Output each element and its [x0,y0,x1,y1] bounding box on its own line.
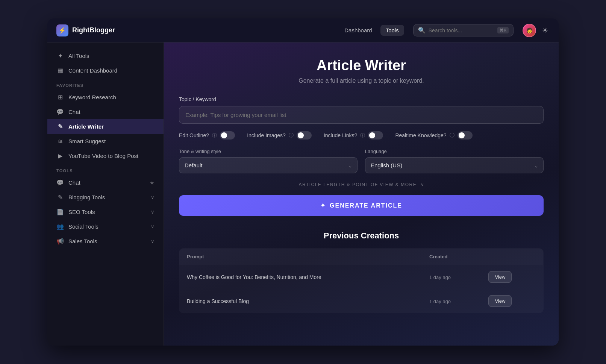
tone-select-wrapper: Default Professional Casual Friendly For… [179,157,358,173]
sidebar-item-smart-suggest[interactable]: ≋ Smart Suggest [47,134,164,149]
toggle-switch-edit-outline[interactable] [220,131,235,140]
language-select[interactable]: English (US) English (UK) Spanish French… [365,157,544,173]
search-input[interactable] [429,27,494,33]
app-window: ⚡ RightBlogger Dashboard Tools 🔍 ⌘K 🧑 ☀ … [47,18,559,346]
toggle-label: Realtime Knowledge? [395,132,446,138]
chevron-down-icon: ∨ [151,209,155,215]
sidebar-item-chat-favorites[interactable]: 💬 Chat [47,105,164,119]
tone-label: Tone & writing style [179,149,358,154]
view-button[interactable]: View [488,271,512,283]
creations-table: Prompt Created Why Coffee is Good for Yo… [179,248,544,313]
sidebar-item-social-tools[interactable]: 👥 Social Tools ∨ [47,219,164,234]
info-icon[interactable]: ⓘ [450,132,454,139]
toggle-label: Include Links? [324,132,358,138]
theme-toggle-icon[interactable]: ☀ [541,25,550,36]
nav-tools[interactable]: Tools [380,25,404,36]
search-icon: 🔍 [418,27,426,34]
search-bar[interactable]: 🔍 ⌘K [413,24,514,36]
header-right: 🧑 ☀ [523,24,550,37]
nav-dashboard[interactable]: Dashboard [339,25,377,36]
chat-icon: 💬 [56,108,64,115]
sidebar-item-label: Keyword Research [68,94,116,100]
sidebar-item-all-tools[interactable]: ✦ All Tools [47,49,164,63]
sidebar-item-label: SEO Tools [68,209,95,215]
tool-header: Article Writer Generate a full article u… [179,58,544,84]
row-prompt: Building a Successful Blog [179,289,422,313]
header: ⚡ RightBlogger Dashboard Tools 🔍 ⌘K 🧑 ☀ [47,18,559,42]
toggle-switch-include-images[interactable] [297,131,312,140]
toggle-edit-outline: Edit Outline? ⓘ [179,131,235,140]
sidebar-item-seo-tools[interactable]: 📄 SEO Tools ∨ [47,205,164,219]
info-icon[interactable]: ⓘ [212,132,217,139]
row-prompt: Why Coffee is Good for You: Benefits, Nu… [179,265,422,289]
sidebar-item-keyword-research[interactable]: ⊞ Keyword Research [47,90,164,105]
info-icon[interactable]: ⓘ [360,132,365,139]
tool-subtitle: Generate a full article using a topic or… [179,77,544,84]
toggles-row: Edit Outline? ⓘ Include Images? ⓘ Includ… [179,131,544,140]
language-select-group: Language English (US) English (UK) Spani… [365,149,544,173]
logo: ⚡ RightBlogger [56,24,115,36]
generate-article-button[interactable]: ✦ GENERATE ARTICLE [179,195,544,216]
sidebar-item-article-writer[interactable]: ✎ Article Writer [47,119,164,134]
chevron-down-icon: ∨ [151,224,155,229]
keyword-research-icon: ⊞ [56,94,64,101]
sidebar-item-youtube-to-blog[interactable]: ▶ YouTube Video to Blog Post [47,149,164,163]
sidebar-item-label: Article Writer [68,123,104,130]
expand-chevron-icon: ∨ [421,182,424,187]
seo-tools-icon: 📄 [56,208,64,215]
col-prompt: Prompt [179,249,422,265]
col-action [481,249,543,265]
sales-tools-icon: 📢 [56,238,64,245]
language-label: Language [365,149,544,154]
toggle-label: Include Images? [247,132,286,138]
info-icon[interactable]: ⓘ [289,132,294,139]
social-tools-icon: 👥 [56,223,64,230]
sidebar-item-label: Sales Tools [68,238,97,244]
chevron-down-icon: ∨ [151,238,155,244]
sidebar-item-label: Content Dashboard [68,67,117,74]
sidebar-item-label: Chat [68,109,80,115]
sidebar-item-blogging-tools[interactable]: ✎ Blogging Tools ∨ [47,190,164,205]
favorites-label: FAVORITES [47,78,164,90]
all-tools-icon: ✦ [56,52,64,59]
avatar[interactable]: 🧑 [523,24,536,37]
chat-tools-icon: 💬 [56,179,64,186]
toggle-include-images: Include Images? ⓘ [247,131,312,140]
youtube-icon: ▶ [56,152,64,159]
topic-input[interactable] [179,106,544,124]
sidebar-item-label: Chat [68,179,80,186]
view-button[interactable]: View [488,295,512,307]
col-created: Created [422,249,481,265]
sidebar-item-sales-tools[interactable]: 📢 Sales Tools ∨ [47,234,164,249]
sidebar-item-chat-tools[interactable]: 💬 Chat ★ [47,175,164,190]
search-kbd: ⌘K [497,27,509,33]
chevron-down-icon: ∨ [151,194,155,200]
toggle-switch-realtime-knowledge[interactable] [458,131,473,140]
table-row: Why Coffee is Good for You: Benefits, Nu… [179,265,544,289]
expand-options-button[interactable]: ARTICLE LENGTH & POINT OF VIEW & MORE [298,182,417,187]
tools-label: TOOLS [47,163,164,175]
tone-select-group: Tone & writing style Default Professiona… [179,149,358,173]
sidebar-item-label: Social Tools [68,223,98,230]
selects-row: Tone & writing style Default Professiona… [179,149,544,173]
toggle-include-links: Include Links? ⓘ [324,131,383,140]
main-layout: ✦ All Tools ▦ Content Dashboard FAVORITE… [47,42,559,346]
generate-label: GENERATE ARTICLE [330,202,402,209]
toggle-realtime-knowledge: Realtime Knowledge? ⓘ [395,131,472,140]
content-dashboard-icon: ▦ [56,67,64,74]
logo-icon: ⚡ [56,24,68,36]
star-icon[interactable]: ★ [150,180,155,186]
tone-select[interactable]: Default Professional Casual Friendly For… [179,157,358,173]
prev-creations-title: Previous Creations [179,231,544,241]
sidebar-item-label: All Tools [68,53,89,59]
table-row: Building a Successful Blog 1 day ago Vie… [179,289,544,313]
sidebar: ✦ All Tools ▦ Content Dashboard FAVORITE… [47,42,164,346]
smart-suggest-icon: ≋ [56,138,64,145]
toggle-switch-include-links[interactable] [368,131,383,140]
tool-title: Article Writer [179,58,544,74]
sidebar-item-content-dashboard[interactable]: ▦ Content Dashboard [47,63,164,78]
generate-sparkle-icon: ✦ [320,202,326,209]
article-writer-icon: ✎ [56,123,64,130]
sidebar-item-label: Blogging Tools [68,194,105,200]
toggle-label: Edit Outline? [179,132,209,138]
